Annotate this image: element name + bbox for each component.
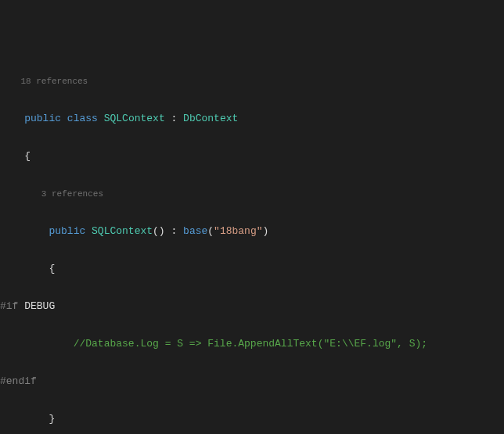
code-line[interactable]: public class SQLContext : DbContext xyxy=(0,113,504,125)
keyword-public: public xyxy=(49,225,85,237)
keyword-class: class xyxy=(67,113,98,124)
code-line[interactable]: } xyxy=(0,413,504,425)
brace-close: } xyxy=(49,413,55,425)
brace-open: { xyxy=(49,263,55,274)
string-literal: "18bang" xyxy=(214,225,262,237)
preprocessor-if: #if xyxy=(0,300,18,312)
type-name: SQLContext xyxy=(92,225,153,237)
ref-count: 18 references xyxy=(0,77,88,86)
keyword-public: public xyxy=(24,113,61,124)
type-name: SQLContext xyxy=(104,113,165,124)
code-line[interactable]: { xyxy=(0,150,504,163)
brace-open: { xyxy=(24,150,31,162)
ref-count: 3 references xyxy=(0,189,103,199)
code-line[interactable]: public SQLContext() : base("18bang") xyxy=(0,225,504,238)
code-editor[interactable]: 18 references public class SQLContext : … xyxy=(0,50,504,434)
keyword-base: base xyxy=(183,225,207,237)
code-line[interactable]: #if DEBUG xyxy=(0,300,504,313)
code-line[interactable]: //Database.Log = S => File.AppendAllText… xyxy=(0,338,504,350)
preprocessor-endif: #endif xyxy=(0,375,37,387)
comment: //Database.Log = S => File.AppendAllText… xyxy=(74,338,427,350)
code-line[interactable]: { xyxy=(0,263,504,275)
code-line[interactable]: #endif xyxy=(0,375,504,388)
preprocessor-symbol: DEBUG xyxy=(18,300,55,312)
type-name: DbContext xyxy=(183,113,238,124)
